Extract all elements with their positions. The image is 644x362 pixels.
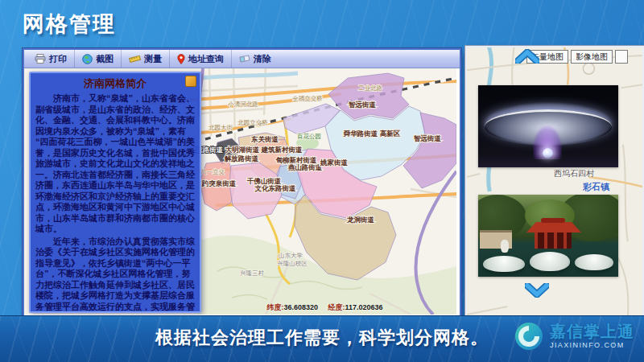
- svg-text:兴隆三村: 兴隆三村: [240, 269, 265, 277]
- info-panel: 济南网格简介 济南市，又称“泉城”，山东省省会、副省级城市，是山东省的政治、经济…: [29, 72, 201, 313]
- side-map-label-town: 彩石镇: [583, 181, 609, 193]
- pavilion-body: [535, 232, 572, 249]
- logo-text: 嘉信掌上通: [550, 323, 634, 339]
- statue: [501, 240, 509, 253]
- svg-text:建筑新村街道: 建筑新村街道: [261, 146, 303, 154]
- logo-domain: JIAXININFO.COM: [550, 342, 634, 349]
- spring-rock: [530, 252, 570, 271]
- print-button[interactable]: 打印: [27, 50, 75, 68]
- image-map-button[interactable]: 影像地图: [571, 50, 613, 64]
- snapshot-icon: [82, 54, 93, 64]
- svg-text:北园立交桥: 北园立交桥: [237, 119, 268, 126]
- svg-text:大明湖街道: 大明湖街道: [225, 146, 260, 154]
- pavilion-roof: [526, 222, 581, 232]
- svg-text:百花公园: 百花公园: [297, 133, 321, 140]
- page-title: 网格管理: [23, 10, 116, 39]
- svg-text:文化东路街道: 文化东路街道: [255, 184, 297, 192]
- spring-rock: [575, 254, 613, 270]
- side-map-buttons: 矢量地图 影像地图: [526, 50, 628, 64]
- svg-text:工业北路: 工业北路: [358, 84, 382, 92]
- svg-text:舜华路街道 高新区: 舜华路街道 高新区: [343, 130, 401, 138]
- svg-text:智远街道: 智远街道: [348, 101, 377, 109]
- map-toolbar: 打印 截图 测量 地址查询 清除: [24, 50, 460, 68]
- address-search-button-label: 地址查询: [188, 53, 224, 65]
- info-panel-body: 济南市，又称“泉城”，山东省省会、副省级城市，是山东省的政治、经济、文化、金融、…: [31, 93, 200, 313]
- ruler-icon: [129, 54, 141, 64]
- snapshot-button[interactable]: 截图: [75, 50, 122, 68]
- svg-text:小清河北路: 小清河北路: [227, 101, 258, 108]
- svg-text:龙洞街道: 龙洞街道: [346, 216, 375, 224]
- side-panel: 矢量地图 影像地图 西坞石四村 彩石镇: [465, 46, 644, 319]
- measure-button[interactable]: 测量: [122, 50, 170, 68]
- side-map-label-village: 西坞石四村: [554, 168, 594, 179]
- photo-stadium-night[interactable]: [478, 85, 618, 167]
- map-window: 打印 截图 测量 地址查询 清除: [23, 48, 461, 319]
- more-button[interactable]: [615, 50, 628, 64]
- svg-text:山东大学: 山东大学: [279, 252, 303, 259]
- snapshot-button-label: 截图: [96, 53, 114, 65]
- footer-band: 根据社会治理工作需要，科学划分网格。 嘉信掌上通 JIAXININFO.COM: [0, 315, 644, 362]
- svg-text:解放路街道: 解放路街道: [224, 154, 259, 162]
- map-pin-icon: [177, 54, 185, 64]
- svg-text:燕山路街道: 燕山路街道: [287, 163, 323, 171]
- address-search-button[interactable]: 地址查询: [170, 50, 232, 68]
- panel-pin-icon[interactable]: [185, 76, 196, 87]
- spring-rock: [483, 256, 525, 272]
- printer-icon: [35, 54, 46, 64]
- info-paragraph: 济南市，又称“泉城”，山东省省会、副省级城市，是山东省的政治、经济、文化、金融、…: [35, 93, 195, 235]
- svg-text:八一立交: 八一立交: [200, 168, 225, 175]
- chevron-up-icon[interactable]: [515, 49, 539, 64]
- longitude-value: 117.020636: [345, 303, 383, 311]
- measure-button-label: 测量: [144, 53, 162, 65]
- svg-text:东关街道: 东关街道: [250, 135, 279, 143]
- latitude-value: 36.608320: [283, 303, 318, 311]
- info-panel-title: 济南网格简介: [31, 76, 200, 91]
- svg-text:趵突泉街道: 趵突泉街道: [201, 179, 237, 187]
- print-button-label: 打印: [49, 53, 67, 65]
- info-paragraph: 近年来，市综治办认真贯彻落实市综治委《关于在城乡社区实施网格化管理的指导意见》，…: [35, 237, 195, 314]
- coordinates-status: 纬度:36.608320 经度:117.020636: [193, 302, 456, 313]
- company-logo: 嘉信掌上通 JIAXININFO.COM: [514, 321, 634, 352]
- logo-swirl-icon: [514, 321, 544, 352]
- clear-button-label: 清除: [254, 53, 271, 65]
- chevron-down-icon[interactable]: [525, 283, 549, 298]
- crowd-silhouette: [478, 154, 618, 167]
- svg-text:全福立交桥: 全福立交桥: [292, 95, 323, 102]
- map-area: 小清河北路 全福立交桥 工业北路 北园立交桥 北园大街 八一立交 百花公园 兴隆…: [24, 68, 456, 315]
- svg-text:兴隆山校区: 兴隆山校区: [277, 260, 308, 267]
- svg-text:智远街道: 智远街道: [413, 134, 442, 142]
- latitude-label: 纬度:: [266, 303, 283, 311]
- photo-spring-pavilion[interactable]: [478, 195, 618, 277]
- pavilion-ridge: [541, 218, 565, 223]
- eraser-icon: [239, 54, 250, 64]
- svg-text:姚家街道: 姚家街道: [320, 158, 349, 167]
- clear-button[interactable]: 清除: [232, 50, 279, 68]
- svg-text:北园大街: 北园大街: [208, 124, 233, 131]
- longitude-label: 经度:: [328, 303, 345, 311]
